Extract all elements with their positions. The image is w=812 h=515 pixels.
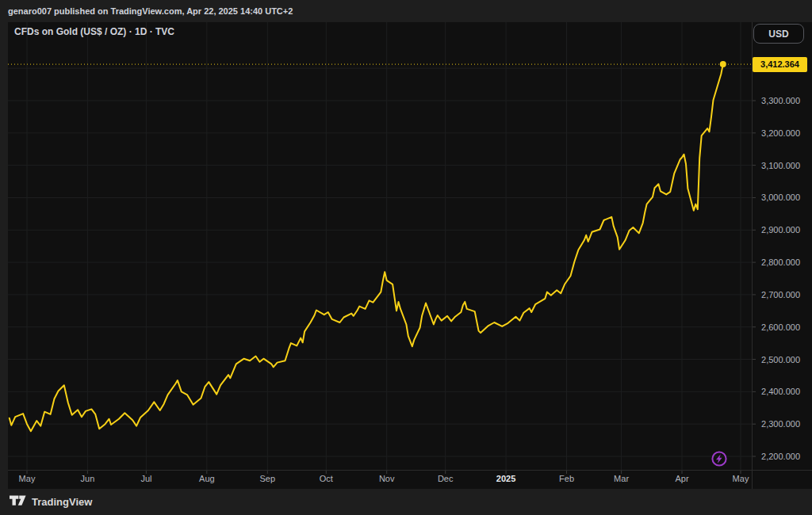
chart-widget: CFDs on Gold (US$ / OZ) · 1D · TVC USD 3… — [8, 22, 812, 489]
publish-banner-text: genaro007 published on TradingView.com, … — [8, 6, 293, 16]
price-axis-label: 2,800.000 — [761, 256, 800, 269]
price-axis[interactable]: 3,300.0003,200.0003,100.0003,000.0002,90… — [752, 22, 812, 470]
time-axis[interactable]: MayJunJulAugSepOctNovDec2025FebMarAprMay — [8, 470, 812, 489]
price-axis-label: 2,600.000 — [761, 321, 800, 334]
time-axis-label: Jul — [140, 470, 151, 488]
price-axis-label: 2,300.000 — [761, 418, 800, 430]
time-axis-label: Dec — [438, 470, 454, 488]
lightning-icon — [710, 456, 728, 470]
price-axis-label: 3,000.000 — [761, 191, 800, 204]
symbol-title: CFDs on Gold (US$ / OZ) · 1D · TVC — [14, 26, 174, 37]
price-axis-label: 3,300.000 — [761, 94, 800, 107]
chart-canvas[interactable] — [8, 22, 812, 489]
time-axis-label: Nov — [379, 470, 395, 488]
currency-button-label: USD — [768, 29, 788, 40]
brand-name: TradingView — [32, 496, 92, 508]
time-axis-label: Mar — [614, 470, 629, 488]
boost-button[interactable] — [710, 450, 728, 467]
price-axis-label: 2,900.000 — [761, 223, 800, 236]
currency-button[interactable]: USD — [753, 24, 804, 44]
footer-brand-link[interactable]: TradingView — [0, 489, 812, 515]
price-axis-label: 3,100.000 — [761, 159, 800, 172]
last-price-label: 3,412.364 — [753, 57, 807, 72]
publish-banner: genaro007 published on TradingView.com, … — [0, 0, 812, 22]
time-axis-label: 2025 — [496, 470, 515, 488]
time-axis-label: Feb — [559, 470, 574, 488]
time-axis-label: Jun — [81, 470, 95, 488]
time-axis-label: Oct — [320, 470, 333, 488]
time-axis-label: Apr — [675, 470, 688, 488]
price-axis-label: 2,500.000 — [761, 353, 800, 366]
price-axis-label: 2,400.000 — [761, 385, 800, 398]
price-axis-label: 3,200.000 — [761, 127, 800, 139]
time-axis-label: May — [19, 470, 36, 488]
time-axis-label: May — [733, 470, 749, 488]
time-axis-label: Aug — [199, 470, 215, 488]
time-axis-label: Sep — [259, 470, 275, 488]
price-axis-label: 2,700.000 — [761, 288, 800, 301]
price-axis-label: 2,200.000 — [761, 450, 800, 463]
tradingview-logo — [10, 494, 26, 509]
